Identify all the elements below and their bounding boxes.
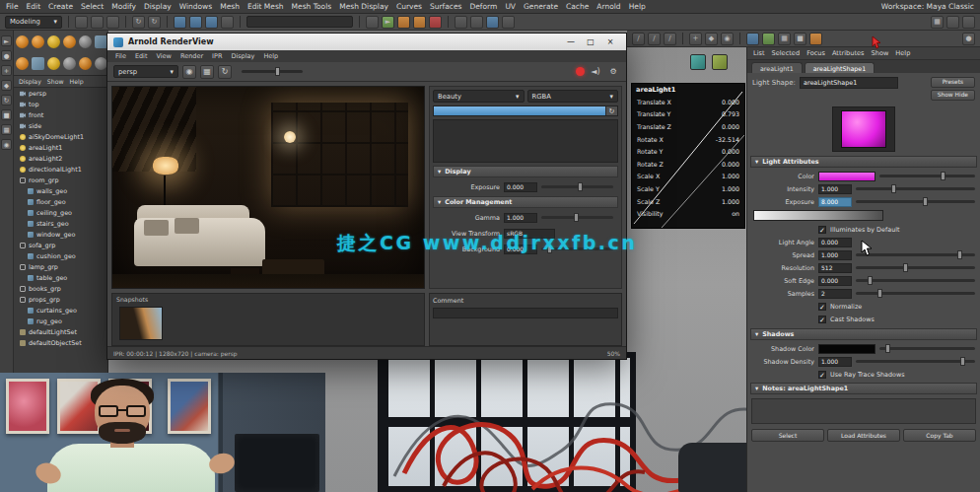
curve-tool-icon[interactable]: / (632, 33, 645, 45)
toolbox-extra-icon[interactable] (470, 16, 483, 29)
menu-cache[interactable]: Cache (566, 2, 589, 11)
select-button[interactable]: Select (751, 429, 824, 442)
shelf-utility-icon[interactable] (79, 35, 92, 48)
shelf-ipr-icon[interactable] (32, 35, 44, 48)
samples-slider[interactable] (856, 292, 975, 295)
snapshot-thumbnail[interactable] (119, 307, 163, 340)
symmetry-icon[interactable] (746, 33, 759, 45)
soft-select-icon[interactable] (762, 33, 775, 45)
shelf-geo-icon[interactable] (95, 35, 107, 48)
menu-view[interactable]: View (156, 52, 171, 60)
resolution-slider[interactable] (856, 266, 975, 269)
maximize-icon[interactable]: □ (581, 37, 600, 46)
menuset-dropdown[interactable]: Modeling ▾ (5, 16, 62, 29)
menu-mesh-display[interactable]: Mesh Display (339, 2, 388, 11)
collapse-icon[interactable]: ▾ (755, 158, 758, 166)
menu-mesh[interactable]: Mesh (220, 2, 240, 11)
collapse-icon[interactable]: ▾ (755, 385, 758, 392)
node-name-field[interactable]: areaLightShape1 (800, 77, 898, 89)
ipr-render-icon[interactable] (413, 16, 426, 29)
shadow-density-value[interactable]: 1.000 (818, 357, 852, 367)
menu-list[interactable]: List (753, 49, 765, 57)
notes-section[interactable]: ▾ Notes: areaLightShape1 (750, 383, 977, 394)
outliner-item[interactable]: curtains_geo (14, 305, 107, 316)
open-scene-icon[interactable] (91, 16, 104, 29)
outliner-item[interactable]: lamp_grp (14, 261, 107, 272)
load-attributes-button[interactable]: Load Attributes (827, 429, 900, 442)
exposure-slider[interactable] (541, 185, 613, 188)
gamma-slider[interactable] (541, 216, 613, 219)
menu-arnold[interactable]: Arnold (596, 2, 620, 11)
light-angle-value[interactable]: 0.000 (818, 238, 852, 247)
outliner-item[interactable]: aiSkyDomeLight1 (14, 131, 107, 142)
section-shadows[interactable]: ▾ Shadows (750, 328, 977, 340)
outliner-item[interactable]: window_geo (14, 229, 107, 240)
shelf-polycube-icon[interactable] (32, 57, 44, 70)
bifrost-icon[interactable] (502, 16, 515, 29)
target-weld-icon[interactable]: ◉ (721, 33, 734, 45)
menu-file[interactable]: File (115, 52, 126, 60)
soft-edge-slider[interactable] (856, 279, 975, 282)
lasso-tool-icon[interactable]: ● (1, 50, 12, 61)
channelbox-toggle-icon[interactable] (946, 16, 959, 29)
close-icon[interactable]: × (600, 37, 620, 46)
render-icon[interactable] (397, 16, 410, 29)
menu-help[interactable]: Help (629, 2, 646, 11)
show-hide-button[interactable]: Show Hide (931, 90, 975, 101)
channel-row[interactable]: Translate Z0.000 (632, 120, 744, 133)
comment-input[interactable] (433, 308, 618, 318)
outliner-item[interactable]: persp (14, 88, 107, 99)
rotate-tool-icon[interactable]: ↻ (1, 95, 12, 105)
menu-windows[interactable]: Windows (179, 2, 212, 11)
shadow-density-slider[interactable] (856, 360, 975, 363)
spread-value[interactable]: 1.000 (818, 250, 852, 260)
menu-render[interactable]: Render (180, 52, 203, 60)
refresh-icon[interactable]: ↻ (218, 65, 232, 79)
intensity-slider[interactable] (856, 187, 975, 190)
camera-dropdown[interactable]: persp ▾ (113, 65, 178, 78)
shelf-arealight-icon[interactable] (47, 57, 60, 70)
menu-mesh-tools[interactable]: Mesh Tools (292, 2, 332, 11)
sidebar-toggle-icon[interactable]: ▦ (931, 16, 944, 29)
aov-list[interactable] (433, 119, 618, 163)
outliner-item[interactable]: walls_geo (14, 185, 107, 196)
shelf-camera-icon[interactable] (63, 57, 76, 70)
channel-row[interactable]: Visibilityon (632, 207, 744, 220)
window-titlebar[interactable]: Arnold RenderView — □ × (107, 34, 626, 50)
shelf-material-icon[interactable] (63, 35, 76, 48)
menu-edit[interactable]: Edit (27, 2, 41, 11)
last-tool-icon[interactable]: ▦ (1, 124, 12, 135)
outliner-item[interactable]: sofa_grp (14, 240, 107, 250)
exposure-value[interactable]: 0.000 (504, 182, 537, 192)
outliner-item[interactable]: directionalLight1 (14, 164, 107, 175)
snap-grid-icon[interactable] (174, 16, 186, 29)
attribute-editor-toggle-icon[interactable] (962, 16, 975, 29)
snapshot-icon[interactable]: ◉ (182, 65, 196, 79)
gamma-value[interactable]: 1.000 (504, 213, 537, 223)
section-color-management[interactable]: ▾ Color Management (433, 196, 618, 208)
gear-icon[interactable]: ⚙ (606, 65, 620, 79)
shelf-extra-icon[interactable] (95, 57, 107, 70)
outliner-item[interactable]: top (14, 99, 107, 109)
outliner-item[interactable]: books_grp (14, 283, 107, 294)
checkbox[interactable]: ✓ (818, 226, 826, 234)
channel-row[interactable]: Rotate Z0.000 (632, 158, 744, 171)
spread-slider[interactable] (856, 253, 975, 256)
grid-display-icon[interactable]: ▦ (778, 33, 791, 45)
region-icon[interactable]: ▦ (200, 65, 214, 79)
menu-edit-mesh[interactable]: Edit Mesh (247, 2, 284, 11)
outliner-item[interactable]: front (14, 109, 107, 120)
collapse-icon[interactable]: ▾ (755, 330, 758, 338)
menu-curves[interactable]: Curves (396, 2, 422, 11)
viewport-hud-icon[interactable] (712, 54, 728, 70)
workspace-selector[interactable]: Workspace: Maya Classic (881, 2, 974, 11)
shadow-color-swatch[interactable] (818, 344, 875, 354)
menu-modify[interactable]: Modify (111, 2, 136, 11)
snapshots-panel[interactable]: Snapshots (111, 293, 425, 346)
channel-dropdown[interactable]: RGBA ▾ (527, 90, 619, 103)
outliner-item[interactable]: areaLight2 (14, 153, 107, 164)
menu-edit[interactable]: Edit (135, 52, 148, 60)
outliner-item[interactable]: cushion_geo (14, 250, 107, 261)
channel-row[interactable]: Scale X1.000 (632, 171, 744, 183)
minimize-icon[interactable]: — (561, 37, 581, 46)
